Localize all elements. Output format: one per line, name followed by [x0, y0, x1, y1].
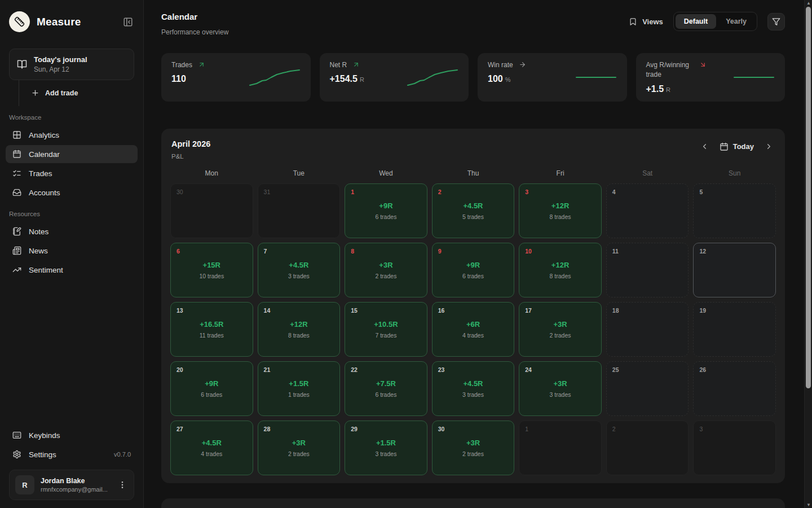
sidebar: Measure Today's journal Sun, Apr 12 Add … — [0, 0, 144, 508]
day-cell-30[interactable]: 30+3R2 trades — [432, 421, 515, 475]
day-cell-20[interactable]: 20+9R6 trades — [170, 361, 253, 416]
day-cell-9[interactable]: 9+9R6 trades — [432, 243, 515, 297]
prev-month-button[interactable] — [699, 141, 710, 152]
day-cell-16[interactable]: 16+6R4 trades — [432, 302, 515, 357]
stat-value: 100% — [488, 74, 526, 84]
sentiment-trend-icon — [12, 265, 21, 274]
day-cell-12-today[interactable]: 12 — [693, 243, 776, 297]
today-button[interactable]: Today — [720, 142, 754, 151]
app-version: v0.7.0 — [114, 451, 131, 458]
day-trade-count: 6 trades — [462, 273, 484, 279]
day-cell-3[interactable]: 3+12R8 trades — [519, 183, 602, 238]
day-trade-count: 10 trades — [199, 273, 224, 279]
day-cell-26[interactable]: 26 — [693, 361, 776, 416]
calendar-icon — [720, 142, 729, 151]
settings-button[interactable]: Settings v0.7.0 — [6, 445, 138, 464]
day-pnl-value: +9R — [205, 379, 218, 388]
sidebar-item-news[interactable]: News — [6, 242, 138, 260]
day-pnl-value: +1.5R — [376, 439, 396, 447]
views-button[interactable]: Views — [629, 17, 663, 26]
day-cell-25[interactable]: 25 — [606, 361, 689, 416]
dow-fri: Fri — [519, 169, 602, 177]
scrollbar-thumb[interactable] — [806, 7, 811, 388]
day-cell-1[interactable]: 1+9R6 trades — [345, 183, 427, 238]
day-number: 26 — [699, 366, 706, 373]
calendar-grid: 30311+9R6 trades2+4.5R5 trades3+12R8 tra… — [170, 183, 776, 475]
day-cell-24[interactable]: 24+3R3 trades — [519, 361, 602, 416]
day-cell-2[interactable]: 2+4.5R5 trades — [432, 183, 515, 238]
day-trade-count: 2 trades — [288, 450, 310, 457]
day-cell-13[interactable]: 13+16.5R11 trades — [170, 302, 253, 357]
sidebar-item-calendar[interactable]: Calendar — [6, 145, 138, 163]
sidebar-item-label: Sentiment — [29, 266, 63, 274]
day-number: 29 — [351, 426, 358, 432]
avatar: R — [15, 475, 34, 494]
day-cell-1[interactable]: 1 — [519, 421, 602, 475]
day-cell-6[interactable]: 6+15R10 trades — [170, 243, 253, 297]
stat-card-net-r: Net R+154.5R — [320, 53, 469, 102]
sidebar-item-trades[interactable]: Trades — [6, 164, 138, 182]
sidebar-item-label: Notes — [29, 227, 48, 236]
next-month-button[interactable] — [763, 141, 775, 152]
sidebar-item-notes[interactable]: Notes — [6, 222, 138, 240]
day-cell-27[interactable]: 27+4.5R4 trades — [170, 421, 253, 475]
day-cell-10[interactable]: 10+12R8 trades — [519, 243, 602, 297]
day-cell-7[interactable]: 7+4.5R3 trades — [258, 243, 341, 297]
day-number: 6 — [176, 248, 180, 255]
day-cell-22[interactable]: 22+7.5R6 trades — [345, 361, 427, 416]
add-trade-button[interactable]: Add trade — [31, 89, 134, 97]
day-cell-8[interactable]: 8+3R2 trades — [345, 243, 427, 297]
trades-checklist-icon — [12, 169, 21, 178]
scroll-down-icon[interactable]: ▼ — [805, 502, 812, 507]
day-cell-30[interactable]: 30 — [170, 183, 253, 238]
stat-label: Net R — [330, 60, 347, 70]
day-number: 21 — [264, 366, 271, 373]
day-cell-5[interactable]: 5 — [693, 183, 776, 238]
view-option-yearly[interactable]: Yearly — [717, 14, 755, 29]
day-number: 4 — [612, 189, 616, 195]
day-cell-21[interactable]: 21+1.5R1 trades — [258, 361, 341, 416]
day-number: 1 — [525, 426, 528, 432]
day-trade-count: 3 trades — [462, 391, 484, 398]
day-cell-11[interactable]: 11 — [606, 243, 689, 297]
stat-value: 110 — [171, 74, 205, 84]
bookmark-icon — [629, 17, 637, 26]
user-card[interactable]: R Jordan Blake rmnfxcompany@gmail... — [9, 470, 134, 500]
day-cell-14[interactable]: 14+12R8 trades — [258, 302, 341, 357]
user-menu-dots-icon[interactable] — [117, 479, 128, 491]
day-trade-count: 8 trades — [288, 332, 310, 339]
keybinds-button[interactable]: Keybinds — [6, 426, 138, 445]
view-option-default[interactable]: Default — [676, 14, 716, 29]
day-cell-29[interactable]: 29+1.5R3 trades — [345, 421, 427, 475]
scroll-up-icon[interactable]: ▲ — [805, 1, 812, 6]
day-cell-15[interactable]: 15+10.5R7 trades — [345, 302, 427, 357]
day-cell-17[interactable]: 17+3R2 trades — [519, 302, 602, 357]
sidebar-item-sentiment[interactable]: Sentiment — [6, 261, 138, 279]
day-cell-4[interactable]: 4 — [606, 183, 689, 238]
day-cell-18[interactable]: 18 — [606, 302, 689, 357]
day-cell-28[interactable]: 28+3R2 trades — [258, 421, 341, 475]
day-pnl-value: +3R — [379, 261, 392, 269]
sidebar-item-accounts[interactable]: Accounts — [6, 183, 138, 202]
todays-journal-card[interactable]: Today's journal Sun, Apr 12 — [9, 49, 134, 80]
scrollbar[interactable]: ▲ ▼ — [804, 0, 812, 508]
sidebar-item-analytics[interactable]: Analytics — [6, 126, 138, 144]
day-pnl-value: +6R — [466, 320, 480, 329]
sidebar-collapse-icon[interactable] — [122, 16, 134, 28]
day-cell-2[interactable]: 2 — [606, 421, 689, 475]
accounts-inbox-icon — [12, 188, 21, 197]
page-subtitle: Performance overview — [161, 28, 228, 36]
day-cell-23[interactable]: 23+4.5R3 trades — [432, 361, 515, 416]
arrow-up-right-icon — [198, 61, 205, 68]
day-cell-19[interactable]: 19 — [693, 302, 776, 357]
day-cell-31[interactable]: 31 — [258, 183, 341, 238]
day-pnl-value: +10.5R — [374, 320, 398, 329]
day-cell-3[interactable]: 3 — [693, 421, 776, 475]
sparkline-rise — [405, 65, 460, 89]
day-pnl-value: +3R — [466, 439, 480, 447]
sidebar-item-label: Analytics — [29, 131, 59, 139]
day-of-week-headers: MonTueWedThuFriSatSun — [170, 169, 776, 177]
journal-title: Today's journal — [34, 55, 87, 64]
add-trade-label: Add trade — [45, 89, 78, 97]
filter-button[interactable] — [767, 13, 785, 30]
